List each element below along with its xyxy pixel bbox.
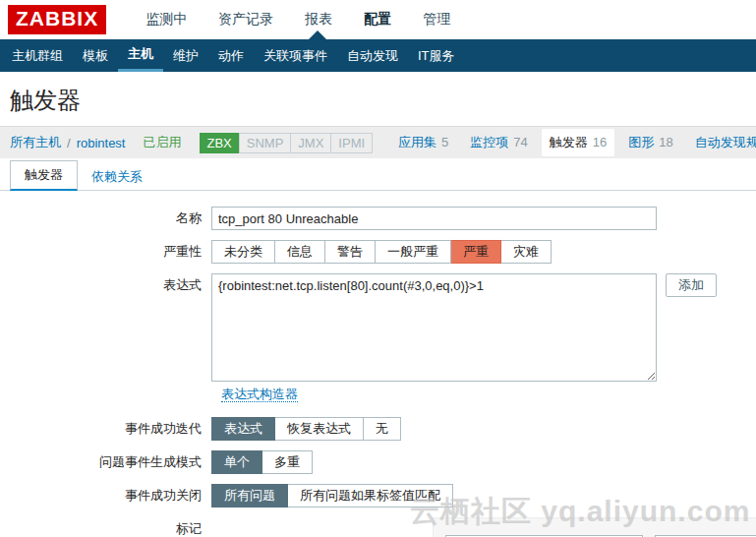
severity-not-classified[interactable]: 未分类 — [211, 240, 275, 264]
severity-disaster[interactable]: 灾难 — [501, 240, 552, 264]
link-graphs[interactable]: 图形18 — [620, 129, 680, 156]
link-items[interactable]: 监控项74 — [462, 129, 535, 156]
link-discovery-rules[interactable]: 自动发现规则3 — [687, 129, 756, 156]
form-row-ok-event-closes: 事件成功关闭 所有问题 所有问题如果标签值匹配 — [0, 484, 756, 507]
okgen-recovery-expression[interactable]: 恢复表达式 — [275, 417, 364, 441]
name-input[interactable] — [211, 207, 657, 230]
form-row-name: 名称 — [0, 207, 756, 230]
host-nav-bar: 所有主机 / robintest 已启用 ZBX SNMP JMX IPMI 应… — [0, 126, 756, 158]
trigger-form: 名称 严重性 未分类 信息 警告 一般严重 严重 灾难 表达式 {robinte… — [0, 191, 756, 537]
link-items-label[interactable]: 监控项 — [470, 135, 508, 149]
severity-average[interactable]: 一般严重 — [376, 240, 451, 264]
ok-event-closes-label: 事件成功关闭 — [0, 484, 211, 507]
subnav-host-groups[interactable]: 主机群组 — [2, 39, 73, 72]
tags-label: 标记 — [0, 517, 211, 537]
active-menu-caret-icon — [309, 30, 326, 39]
breadcrumb-all-hosts-link[interactable]: 所有主机 — [10, 134, 61, 151]
badge-zbx: ZBX — [200, 133, 240, 153]
link-triggers-current[interactable]: 触发器16 — [542, 129, 614, 156]
event-mode-single-selected[interactable]: 单个 — [211, 450, 262, 474]
severity-segmented-control: 未分类 信息 警告 一般严重 严重 灾难 — [211, 240, 552, 264]
closes-all-problems-if-tag-matches[interactable]: 所有问题如果标签值匹配 — [288, 484, 453, 507]
ok-event-generation-label: 事件成功迭代 — [0, 417, 211, 441]
subnav-it-services[interactable]: IT服务 — [408, 39, 465, 72]
subnav-templates[interactable]: 模板 — [73, 39, 118, 72]
link-applications-label[interactable]: 应用集 — [398, 135, 436, 149]
interface-availability-badges: ZBX SNMP JMX IPMI — [200, 133, 374, 153]
form-row-problem-event-mode: 问题事件生成模式 单个 多重 — [0, 450, 756, 474]
expression-add-button[interactable]: 添加 — [666, 273, 717, 297]
top-menu-administration[interactable]: 管理 — [407, 11, 466, 29]
badge-jmx: JMX — [290, 133, 331, 153]
ok-event-closes-segmented-control: 所有问题 所有问题如果标签值匹配 — [211, 484, 453, 507]
closes-all-problems-selected[interactable]: 所有问题 — [211, 484, 288, 507]
link-applications[interactable]: 应用集5 — [390, 129, 456, 156]
problem-event-mode-segmented-control: 单个 多重 — [211, 450, 313, 474]
badge-snmp: SNMP — [239, 133, 292, 153]
host-entity-links: 应用集5 监控项74 触发器16 图形18 自动发现规则3 Web 场景 — [390, 129, 756, 156]
tab-dependencies[interactable]: 依赖关系 — [78, 163, 156, 191]
expression-label: 表达式 — [0, 273, 211, 297]
severity-information[interactable]: 信息 — [275, 240, 325, 264]
trigger-tabs: 触发器 依赖关系 — [0, 158, 756, 191]
subnav-maintenance[interactable]: 维护 — [163, 39, 208, 72]
okgen-none[interactable]: 无 — [364, 417, 401, 441]
expression-textarea[interactable]: {robintest:net.tcp.listen[80].count(#3,0… — [211, 273, 657, 382]
severity-warning[interactable]: 警告 — [325, 240, 376, 264]
severity-label: 严重性 — [0, 240, 211, 264]
expression-constructor-row: 表达式构造器 — [221, 386, 756, 403]
link-triggers-label: 触发器 — [550, 135, 588, 149]
top-bar: ZABBIX 监测中 资产记录 报表 配置 管理 — [0, 0, 756, 39]
page-title: 触发器 — [10, 85, 746, 116]
count-applications: 5 — [441, 135, 448, 149]
count-items: 74 — [513, 135, 527, 149]
top-menu: 监测中 资产记录 报表 配置 管理 — [130, 11, 466, 29]
breadcrumb-host-link[interactable]: robintest — [77, 136, 126, 150]
okgen-expression-selected[interactable]: 表达式 — [211, 417, 275, 441]
link-graphs-label[interactable]: 图形 — [628, 135, 654, 149]
expression-constructor-link[interactable]: 表达式构造器 — [221, 387, 298, 402]
tab-trigger[interactable]: 触发器 — [10, 160, 78, 191]
form-row-expression: 表达式 {robintest:net.tcp.listen[80].count(… — [0, 273, 756, 382]
subnav-event-correlation[interactable]: 关联项事件 — [254, 39, 337, 72]
ok-event-generation-segmented-control: 表达式 恢复表达式 无 — [211, 417, 401, 441]
form-row-tags: 标记 移除 — [0, 517, 756, 537]
top-menu-configuration[interactable]: 配置 — [348, 11, 407, 29]
zabbix-logo[interactable]: ZABBIX — [8, 5, 106, 34]
subnav-discovery[interactable]: 自动发现 — [337, 39, 408, 72]
subnav-actions[interactable]: 动作 — [208, 39, 254, 72]
form-row-severity: 严重性 未分类 信息 警告 一般严重 严重 灾难 — [0, 240, 756, 264]
top-menu-reports[interactable]: 报表 — [289, 11, 348, 29]
form-row-ok-event-generation: 事件成功迭代 表达式 恢复表达式 无 — [0, 417, 756, 441]
link-discovery-rules-label[interactable]: 自动发现规则 — [695, 135, 756, 149]
title-section: 触发器 — [0, 72, 756, 126]
badge-ipmi: IPMI — [330, 133, 373, 153]
count-triggers: 16 — [593, 135, 607, 149]
host-status-enabled[interactable]: 已启用 — [144, 134, 182, 151]
top-menu-inventory[interactable]: 资产记录 — [203, 11, 289, 29]
subnav-hosts[interactable]: 主机 — [118, 39, 163, 72]
tags-panel: 移除 — [433, 517, 756, 537]
configuration-sub-nav: 主机群组 模板 主机 维护 动作 关联项事件 自动发现 IT服务 — [0, 39, 756, 72]
problem-event-mode-label: 问题事件生成模式 — [0, 450, 211, 474]
name-label: 名称 — [0, 207, 211, 230]
count-graphs: 18 — [659, 135, 672, 149]
top-menu-monitoring[interactable]: 监测中 — [130, 11, 203, 29]
severity-high-selected[interactable]: 严重 — [451, 240, 501, 264]
breadcrumb-separator: / — [67, 136, 71, 150]
event-mode-multiple[interactable]: 多重 — [262, 450, 313, 474]
